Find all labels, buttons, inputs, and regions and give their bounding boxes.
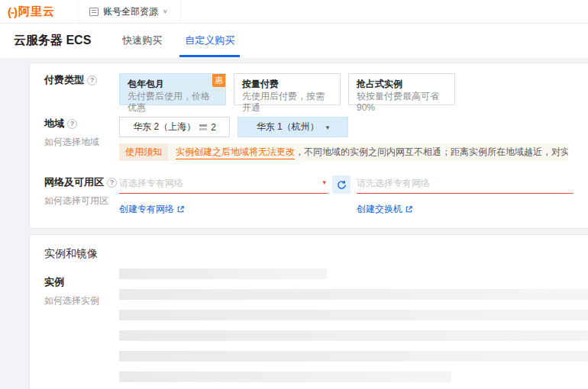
- billing-option-title: 包年包月: [128, 78, 218, 90]
- instance-help-link[interactable]: 如何选择实例: [44, 294, 119, 307]
- refresh-button[interactable]: [332, 175, 351, 194]
- vswitch-select-input[interactable]: [357, 177, 573, 194]
- create-vpc-link[interactable]: 创建专有网络: [119, 203, 328, 216]
- skeleton-bar: [119, 371, 451, 382]
- instance-loading-skeleton: [119, 268, 588, 382]
- billing-option-title: 抢占式实例: [357, 78, 447, 90]
- page-title: 云服务器 ECS: [14, 33, 91, 49]
- billing-type-row: 付费类型 包年包月 先付费后使用，价格优惠 惠 按量付费 先使用后付费，按需开通: [44, 73, 588, 105]
- skeleton-bar: [119, 330, 588, 341]
- skeleton-bar: [119, 289, 588, 300]
- help-icon[interactable]: [67, 119, 77, 129]
- aliyun-logo[interactable]: (-) 阿里云: [0, 0, 79, 23]
- region-select-value: 华东 2（上海）: [133, 121, 195, 133]
- billing-option-spot[interactable]: 抢占式实例 较按量付费最高可省90%: [348, 73, 455, 105]
- tab-custom-buy[interactable]: 自定义购买: [173, 24, 246, 57]
- billing-option-payg[interactable]: 按量付费 先使用后付费，按需开通: [234, 73, 341, 105]
- account-resource-dropdown[interactable]: 账号全部资源 ∨: [79, 0, 181, 23]
- external-link-icon: [176, 205, 185, 214]
- help-icon[interactable]: [107, 178, 117, 188]
- instance-section-title: 实例和镜像: [44, 247, 588, 261]
- aliyun-logo-icon: (-): [8, 5, 17, 18]
- vpc-select-input[interactable]: [119, 177, 328, 194]
- aliyun-logo-text: 阿里云: [18, 5, 55, 19]
- zone-count: 2: [211, 122, 216, 133]
- notice-highlight[interactable]: 实例创建之后地域将无法更改: [176, 146, 295, 159]
- notice-tag: 使用须知: [119, 143, 168, 161]
- billing-option-desc: 先使用后付费，按需开通: [242, 91, 332, 114]
- ecs-purchase-page: (-) 阿里云 账号全部资源 ∨ 云服务器 ECS 快速购买 自定义购买 付费类…: [0, 0, 588, 389]
- resource-dropdown-label: 账号全部资源: [103, 5, 158, 18]
- region-label: 地域: [44, 117, 119, 130]
- config-card: 付费类型 包年包月 先付费后使用，价格优惠 惠 按量付费 先使用后付费，按需开通: [29, 63, 588, 229]
- zone-help-link[interactable]: 如何选择可用区: [44, 194, 119, 207]
- network-row: 网络及可用区 如何选择可用区 ▾ 创建专有网络: [44, 175, 588, 216]
- region-select[interactable]: 华东 2（上海） 2: [119, 117, 230, 137]
- region-row: 地域 如何选择地域 华东 2（上海） 2 华东 1（杭州）: [44, 117, 588, 161]
- region-usage-notice: 使用须知 实例创建之后地域将无法更改 ，不同地域的实例之间内网互不相通；距离实例…: [119, 143, 568, 161]
- skeleton-bar: [119, 268, 327, 279]
- refresh-icon: [337, 180, 347, 190]
- purchase-tabs: 快速购买 自定义购买: [111, 24, 246, 57]
- notice-text: ，不同地域的实例之间内网互不相通；距离实例所在地域越近，对实例访问速度越快: [295, 146, 568, 159]
- instance-image-card: 实例和镜像 实例 如何选择实例: [29, 234, 588, 389]
- zone-select-value: 华东 1（杭州）: [257, 121, 319, 133]
- external-link-icon: [405, 205, 413, 214]
- topbar: (-) 阿里云 账号全部资源 ∨: [0, 0, 588, 24]
- billing-option-subscription[interactable]: 包年包月 先付费后使用，价格优惠 惠: [119, 73, 226, 105]
- resource-list-icon: [89, 8, 99, 16]
- zone-stack-icon: [199, 124, 207, 130]
- chevron-down-icon: ∨: [163, 8, 168, 14]
- zone-select[interactable]: 华东 1（杭州） ▾: [237, 117, 348, 137]
- region-help-link[interactable]: 如何选择地域: [44, 136, 119, 149]
- billing-type-label: 付费类型: [44, 73, 119, 87]
- tab-quick-buy[interactable]: 快速购买: [111, 24, 173, 57]
- billing-option-title: 按量付费: [242, 78, 332, 90]
- instance-row: 实例 如何选择实例: [44, 268, 588, 382]
- skeleton-bar: [119, 310, 588, 320]
- content-area: 付费类型 包年包月 先付费后使用，价格优惠 惠 按量付费 先使用后付费，按需开通: [0, 58, 588, 389]
- caret-down-icon: ▾: [326, 124, 330, 131]
- instance-label: 实例: [44, 275, 119, 289]
- skeleton-bar: [119, 351, 588, 362]
- help-icon[interactable]: [87, 76, 97, 85]
- billing-option-desc: 先付费后使用，价格优惠: [128, 91, 218, 114]
- network-label: 网络及可用区: [44, 175, 119, 189]
- discount-badge: 惠: [212, 74, 225, 87]
- billing-option-desc: 较按量付费最高可省90%: [357, 91, 447, 114]
- create-vswitch-link[interactable]: 创建交换机: [357, 203, 573, 216]
- page-header: 云服务器 ECS 快速购买 自定义购买: [0, 24, 588, 57]
